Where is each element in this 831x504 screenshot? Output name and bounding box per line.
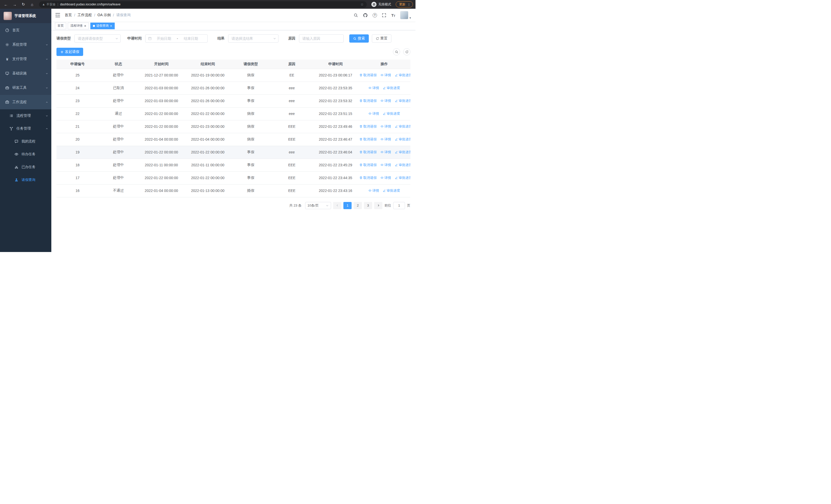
leave-type-select-input[interactable]	[78, 36, 114, 40]
url-bar[interactable]: ▲ 不安全 dashboard.yudao.iocoder.cn/bpm/oa/…	[39, 1, 367, 8]
sidebar-item-label: 研发工具	[12, 85, 27, 90]
page-size-select[interactable]: 10条/页	[305, 202, 331, 209]
detail-link[interactable]: 详情	[380, 176, 391, 180]
page-button-1[interactable]: 1	[343, 202, 352, 209]
detail-link[interactable]: 详情	[380, 137, 391, 142]
approval-progress-label: 审批进度	[399, 163, 410, 167]
approval-progress-link[interactable]: 审批进度	[395, 98, 410, 103]
fullscreen-icon[interactable]	[382, 13, 386, 18]
forward-icon[interactable]: →	[11, 1, 18, 8]
approval-progress-link[interactable]: 审批进度	[395, 176, 410, 180]
approval-progress-link[interactable]: 审批进度	[383, 86, 400, 90]
prev-page-button[interactable]	[333, 202, 341, 209]
sidebar-item-devtools[interactable]: 研发工具	[0, 81, 51, 95]
result-select-input[interactable]	[231, 36, 271, 40]
detail-link[interactable]: 详情	[368, 111, 379, 116]
reason-input[interactable]	[302, 36, 340, 40]
cancel-leave-link[interactable]: 取消请假	[359, 137, 377, 142]
cancel-leave-label: 取消请假	[364, 163, 377, 167]
hamburger-icon[interactable]	[55, 13, 61, 18]
create-leave-button[interactable]: 发起请假	[56, 48, 83, 56]
cancel-leave-link[interactable]: 取消请假	[359, 176, 377, 180]
approval-progress-link[interactable]: 审批进度	[383, 188, 400, 193]
breadcrumb-oa-example[interactable]: OA 示例	[97, 13, 111, 18]
page-button-2[interactable]: 2	[354, 202, 362, 209]
approval-progress-link[interactable]: 审批进度	[395, 124, 410, 129]
back-icon[interactable]: ←	[3, 1, 9, 8]
goto-page-input[interactable]	[393, 202, 405, 209]
end-date-input[interactable]	[180, 36, 202, 40]
detail-link[interactable]: 详情	[380, 150, 391, 154]
detail-label: 详情	[372, 111, 379, 116]
cancel-leave-link[interactable]: 取消请假	[359, 124, 377, 129]
tab-leave-query[interactable]: 请假查询	[90, 23, 115, 29]
sidebar-item-system[interactable]: 系统管理	[0, 37, 51, 52]
page-button-3[interactable]: 3	[364, 202, 372, 209]
breadcrumb-home[interactable]: 首页	[65, 13, 72, 18]
edit-icon	[395, 138, 398, 141]
tab-home[interactable]: 首页	[55, 23, 66, 29]
list-icon	[9, 114, 13, 118]
close-icon[interactable]	[110, 25, 112, 27]
edit-icon	[395, 99, 398, 102]
sidebar-item-task-management[interactable]: 任务管理	[0, 122, 51, 135]
start-date-input[interactable]	[153, 36, 175, 40]
sidebar-item-infrastructure[interactable]: 基础设施	[0, 66, 51, 81]
leave-type-select[interactable]	[75, 34, 121, 42]
star-icon[interactable]: ☆	[360, 2, 364, 6]
sidebar-item-label: 工作流程	[12, 100, 27, 105]
security-warning[interactable]: ▲ 不安全	[42, 2, 56, 7]
reset-button[interactable]: 重置	[372, 34, 391, 42]
font-size-icon[interactable]: TT	[391, 13, 395, 18]
refresh-icon[interactable]: ↻	[20, 1, 27, 8]
reason-input-wrap[interactable]	[299, 34, 344, 42]
detail-link[interactable]: 详情	[368, 188, 379, 193]
home-icon[interactable]: ⌂	[29, 1, 35, 8]
sidebar-item-payment[interactable]: ¥ 支付管理	[0, 52, 51, 66]
user-icon	[15, 178, 19, 182]
sidebar-item-process-management[interactable]: 流程管理	[0, 109, 51, 122]
cancel-leave-link[interactable]: 取消请假	[359, 98, 377, 103]
cancel-leave-link[interactable]: 取消请假	[359, 73, 377, 78]
sidebar-item-home[interactable]: 首页	[0, 23, 51, 37]
update-button[interactable]: 更新 ⋮	[396, 1, 413, 7]
cell-start: 2022-01-04 00:00:00	[138, 133, 185, 146]
detail-link[interactable]: 详情	[380, 98, 391, 103]
refresh-table-button[interactable]	[403, 48, 410, 55]
approval-progress-link[interactable]: 审批进度	[395, 150, 410, 154]
github-icon[interactable]	[363, 13, 368, 18]
detail-link[interactable]: 详情	[368, 86, 379, 90]
user-menu[interactable]: ▼	[400, 11, 411, 19]
kebab-menu-icon[interactable]: ⋮	[407, 3, 411, 6]
eye-icon	[368, 86, 372, 90]
plus-icon	[60, 50, 64, 54]
toggle-search-button[interactable]	[393, 48, 400, 55]
approval-progress-link[interactable]: 审批进度	[383, 111, 400, 116]
close-icon[interactable]	[84, 25, 86, 27]
search-icon	[353, 37, 356, 40]
cancel-leave-link[interactable]: 取消请假	[359, 163, 377, 167]
breadcrumb-workflow[interactable]: 工作流程	[78, 13, 92, 18]
approval-progress-link[interactable]: 审批进度	[395, 137, 410, 142]
detail-link[interactable]: 详情	[380, 124, 391, 129]
detail-link[interactable]: 详情	[380, 163, 391, 167]
approval-progress-link[interactable]: 审批进度	[395, 163, 410, 167]
tab-process-detail[interactable]: 流程详情	[68, 23, 89, 29]
next-page-button[interactable]	[374, 202, 382, 209]
approval-progress-link[interactable]: 审批进度	[395, 73, 410, 78]
sidebar-item-done-tasks[interactable]: 已办任务	[0, 161, 51, 174]
apply-time-range-picker[interactable]: -	[145, 34, 208, 42]
result-select[interactable]	[228, 34, 279, 42]
sidebar-item-my-process[interactable]: 我的流程	[0, 135, 51, 148]
detail-label: 详情	[384, 73, 391, 78]
cell-id: 25	[56, 69, 98, 82]
sidebar-item-workflow[interactable]: 工作流程	[0, 95, 51, 109]
cancel-leave-link[interactable]: 取消请假	[359, 150, 377, 154]
sidebar-logo[interactable]: 芋道管理系统	[0, 9, 51, 23]
help-icon[interactable]: ?	[373, 13, 377, 18]
sidebar-item-leave-query[interactable]: 请假查询	[0, 174, 51, 186]
search-button[interactable]: 搜索	[349, 34, 369, 42]
detail-link[interactable]: 详情	[380, 73, 391, 78]
sidebar-item-todo-tasks[interactable]: 待办任务	[0, 148, 51, 161]
search-icon[interactable]	[354, 13, 358, 18]
